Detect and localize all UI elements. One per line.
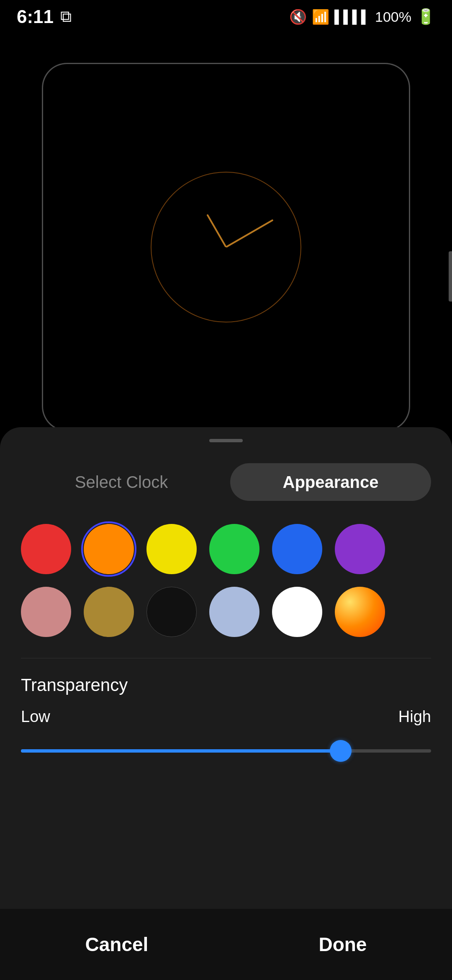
transparency-labels: Low High [21,708,431,726]
slider-track [21,749,431,753]
slider-thumb[interactable] [330,740,352,762]
transparency-high-label: High [398,708,431,726]
clock-face [151,172,301,322]
color-swatch-green[interactable] [209,524,259,574]
scroll-indicator [449,251,452,302]
battery-percent: 100% [375,9,411,25]
drag-handle[interactable] [209,439,243,442]
color-swatch-blue[interactable] [272,524,322,574]
mute-icon: 🔇 [289,8,307,25]
status-time: 6:11 [17,6,54,27]
color-swatch-gold[interactable] [84,587,134,637]
tab-select-clock[interactable]: Select Clock [21,463,222,501]
divider [21,658,431,658]
status-bar: 6:11 ⧉ 🔇 📶 ▌▌▌▌ 100% 🔋 [0,0,452,34]
status-icons: 🔇 📶 ▌▌▌▌ 100% 🔋 [289,8,435,26]
clock-hand-minute [226,219,274,248]
signal-icon: ▌▌▌▌ [334,10,370,24]
color-swatch-lightblue[interactable] [209,587,259,637]
color-swatch-black[interactable] [146,587,197,637]
color-swatch-purple[interactable] [335,524,385,574]
layers-icon: ⧉ [60,8,72,26]
clock-preview [42,63,410,431]
transparency-low-label: Low [21,708,50,726]
slider-fill [21,749,341,753]
color-swatch-gradient[interactable] [335,587,385,637]
color-swatch-white[interactable] [272,587,322,637]
color-swatch-pink[interactable] [21,587,71,637]
transparency-slider[interactable] [21,738,431,763]
color-grid [21,524,431,637]
color-swatch-yellow[interactable] [146,524,197,574]
tabs-container: Select Clock Appearance [21,463,431,501]
clock-hand-hour [206,214,226,248]
bottom-buttons: Cancel Done [0,909,452,980]
wifi-icon: 📶 [312,8,329,25]
color-swatch-red[interactable] [21,524,71,574]
bottom-sheet: Select Clock Appearance Transparency Low… [0,427,452,980]
tab-appearance[interactable]: Appearance [230,463,431,501]
battery-icon: 🔋 [416,8,435,26]
transparency-title: Transparency [21,675,431,695]
cancel-button[interactable]: Cancel [52,925,182,964]
color-swatch-orange[interactable] [84,524,134,574]
done-button[interactable]: Done [285,925,400,964]
transparency-section: Transparency Low High [21,675,431,763]
